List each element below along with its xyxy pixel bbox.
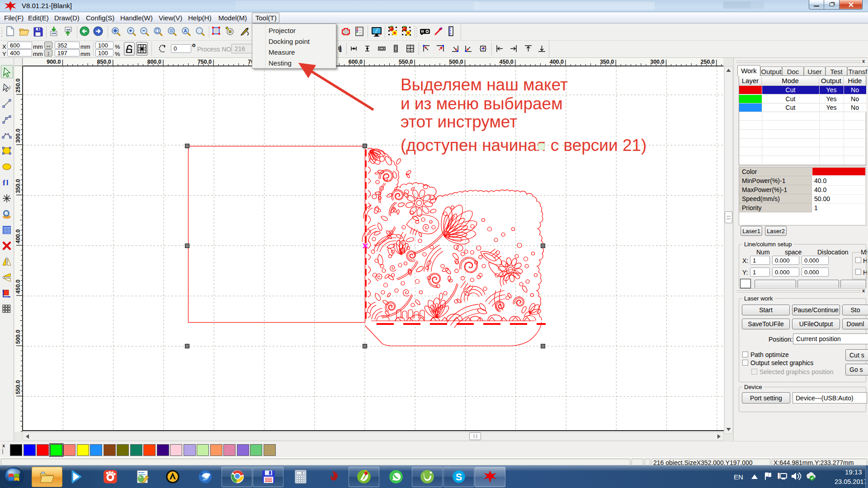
svg-text:300.0: 300.0 xyxy=(650,59,664,65)
svg-text:f: f xyxy=(3,178,5,187)
svg-text:450.0: 450.0 xyxy=(15,280,21,294)
svg-text:350.0: 350.0 xyxy=(15,179,21,193)
svg-text:400.0: 400.0 xyxy=(550,59,564,65)
svg-text:250.0: 250.0 xyxy=(701,59,715,65)
svg-text:500.0: 500.0 xyxy=(449,59,463,65)
svg-text:500.0: 500.0 xyxy=(15,330,21,344)
svg-text:S: S xyxy=(456,471,462,483)
svg-text:400.0: 400.0 xyxy=(15,229,21,243)
svg-text:550.0: 550.0 xyxy=(15,380,21,394)
svg-text:350.0: 350.0 xyxy=(600,59,614,65)
svg-text:450.0: 450.0 xyxy=(500,59,514,65)
svg-text:I: I xyxy=(6,179,8,187)
svg-text:8: 8 xyxy=(302,471,303,475)
